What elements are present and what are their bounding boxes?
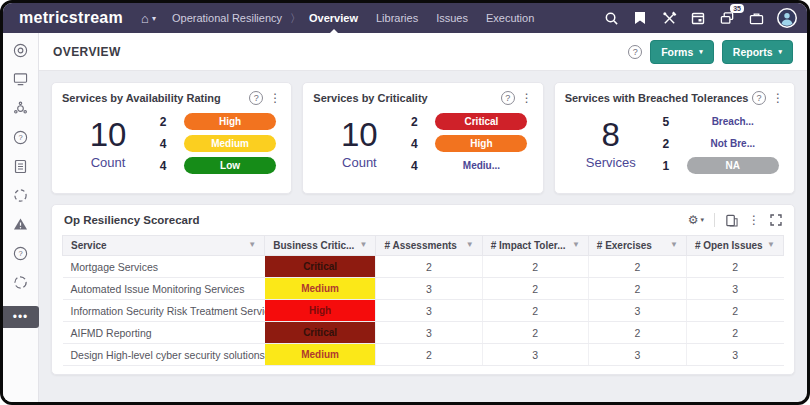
criticality-badge: High [265,300,376,321]
col-business-criticality[interactable]: Business Critic...▼ [265,236,376,256]
card-count: 10 [313,117,405,153]
stat-row: 4 Mediu... [405,157,532,174]
kpi-cards: Services by Availability Rating ? ⋮ 10 C… [39,71,807,202]
services-gear-icon[interactable] [12,99,30,117]
table-row[interactable]: Design High-level cyber security solutio… [63,344,784,366]
card-count-label[interactable]: Services [565,155,657,170]
sort-icon: ▼ [572,240,580,249]
status-link[interactable]: Not Bre... [687,135,779,152]
status-link[interactable]: Mediu... [435,157,527,174]
status-badge[interactable]: Medium [184,135,276,152]
stat-row: 5 Breach... [657,113,784,130]
tools-icon[interactable] [661,10,677,26]
sort-icon: ▼ [248,240,256,249]
col-service[interactable]: Service▼ [63,236,265,256]
user-avatar[interactable] [777,8,797,28]
impact-tolerances-cell: 2 [482,278,588,300]
help-icon[interactable]: ? [501,91,515,105]
monitor-icon[interactable] [12,70,30,88]
forms-clipboard-icon[interactable] [12,157,30,175]
card-availability-rating: Services by Availability Rating ? ⋮ 10 C… [51,82,292,194]
help-icon[interactable]: ? [12,128,30,146]
app-window: metricstream ⌂ ▾ Operational Resiliency … [0,0,810,405]
nav-overview[interactable]: Overview [309,12,358,24]
nav-execution[interactable]: Execution [486,12,534,24]
card-title: Services by Criticality [313,92,427,104]
service-cell: Mortgage Services [63,256,265,278]
sort-icon: ▼ [466,240,474,249]
refresh-icon[interactable] [12,273,30,291]
help-icon[interactable]: ? [752,91,766,105]
page-help-icon[interactable]: ? [628,45,642,59]
help-secondary-icon[interactable]: ? [12,244,30,262]
notifications-icon[interactable]: 35 [719,10,735,26]
sidebar-more-button[interactable]: ••• [3,306,39,328]
records-disc-icon[interactable] [12,41,30,59]
home-menu[interactable]: ⌂ ▾ [141,11,156,26]
table-row[interactable]: AIFMD Reporting Critical 3 2 2 2 [63,322,784,344]
topbar-actions: 35 [603,8,797,28]
exercises-cell: 2 [588,278,686,300]
assessments-cell: 3 [376,300,482,322]
card-count-label[interactable]: Count [62,155,154,170]
nav-issues[interactable]: Issues [436,12,468,24]
stat-row: 4 Low [154,157,281,174]
help-icon[interactable]: ? [249,91,263,105]
status-link[interactable]: Breach... [687,113,779,130]
status-badge[interactable]: Low [184,157,276,174]
table-row[interactable]: Automated Issue Monitoring Services Medi… [63,278,784,300]
col-assessments[interactable]: # Assessments▼ [376,236,482,256]
bookmark-icon[interactable] [632,10,648,26]
stat-row: 4 Medium [154,135,281,152]
exercises-cell: 3 [588,300,686,322]
chevron-down-icon: ▾ [700,216,704,224]
assessments-cell: 3 [376,278,482,300]
calendar-icon[interactable] [690,10,706,26]
reports-button[interactable]: Reports ▾ [722,40,793,64]
search-icon[interactable] [603,10,619,26]
table-row[interactable]: Mortgage Services Critical 2 2 2 2 [63,256,784,278]
expand-icon[interactable] [770,214,782,226]
stat-row: 2 Critical [405,113,532,130]
notification-badge: 35 [730,4,744,13]
status-badge[interactable]: Critical [435,113,527,130]
status-badge[interactable]: High [435,135,527,152]
criticality-badge: Critical [265,322,376,343]
status-badge[interactable]: NA [687,157,779,174]
exercises-cell: 2 [588,322,686,344]
chevron-down-icon: ▾ [699,48,703,56]
col-exercises[interactable]: # Exercises▼ [588,236,686,256]
service-cell: Design High-level cyber security solutio… [63,344,265,366]
kebab-menu-icon[interactable]: ⋮ [772,92,784,104]
nav-operational-resiliency[interactable]: Operational Resiliency [172,12,282,24]
sync-icon[interactable] [12,186,30,204]
col-open-issues[interactable]: # Open Issues▼ [686,236,783,256]
briefcase-icon[interactable] [748,10,764,26]
status-badge[interactable]: High [184,113,276,130]
metricstream-logo: metricstream [19,9,123,27]
scorecard-title: Op Resiliency Scorecard [64,214,200,226]
service-cell: Automated Issue Monitoring Services [63,278,265,300]
export-icon[interactable] [725,214,738,227]
kebab-menu-icon[interactable]: ⋮ [748,213,760,227]
col-impact-tolerances[interactable]: # Impact Toler...▼ [482,236,588,256]
impact-tolerances-cell: 3 [482,344,588,366]
service-cell: Information Security Risk Treatment Serv… [63,300,265,322]
nav-libraries[interactable]: Libraries [376,12,418,24]
card-count-label[interactable]: Count [313,155,405,170]
kebab-menu-icon[interactable]: ⋮ [521,92,533,104]
risk-warning-icon[interactable] [12,215,30,233]
exercises-cell: 2 [588,256,686,278]
main-area: OVERVIEW ? Forms ▾ Reports ▾ Services by… [39,33,807,402]
table-row[interactable]: Information Security Risk Treatment Serv… [63,300,784,322]
card-title: Services with Breached Tolerances [565,92,749,104]
assessments-cell: 2 [376,256,482,278]
divider [714,213,715,227]
forms-button[interactable]: Forms ▾ [650,40,714,64]
page-header: OVERVIEW ? Forms ▾ Reports ▾ [39,33,807,71]
kebab-menu-icon[interactable]: ⋮ [269,92,281,104]
sort-icon: ▼ [767,240,775,249]
settings-gear-icon[interactable]: ⚙ ▾ [688,213,704,227]
open-issues-cell: 2 [686,300,783,322]
criticality-badge: Medium [265,344,376,365]
